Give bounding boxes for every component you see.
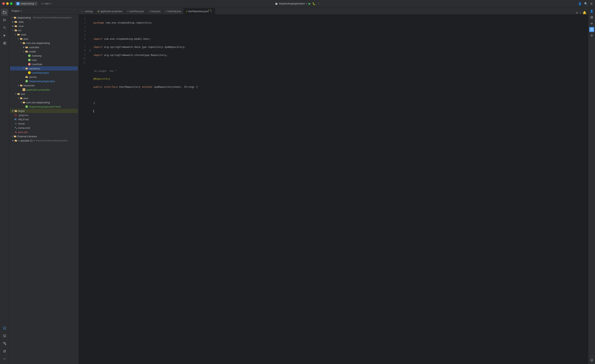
tree-item-model[interactable]: ▾ model	[10, 49, 78, 54]
expand-arrow: ▾	[22, 67, 25, 70]
tree-item-external-libs[interactable]: ▾ External Libraries	[10, 134, 78, 138]
folder-icon	[20, 84, 23, 87]
right-icon-person[interactable]: 👤	[589, 8, 595, 14]
sidebar-item-project[interactable]	[1, 9, 8, 16]
right-icon-database[interactable]	[589, 15, 595, 20]
search-icon[interactable]: 🔍	[584, 2, 588, 5]
root-label: staybooking	[17, 16, 31, 19]
line-numbers: 1 2 3 4 5 6 7 8 9 10 11	[79, 15, 88, 364]
tree-item-user[interactable]: C User	[10, 58, 78, 62]
right-icon-notifications[interactable]	[589, 357, 595, 363]
lambda-hint-icon[interactable]: λ	[88, 49, 92, 52]
tree-item-target[interactable]: ▶ target	[10, 109, 78, 113]
tab-authority-icon: J	[165, 10, 166, 13]
sidebar-item-structure[interactable]	[1, 340, 8, 347]
tree-item-app-properties[interactable]: ⚙ application.properties	[10, 88, 78, 92]
gitignore-icon: 🚫	[14, 114, 17, 117]
sidebar-item-plugins[interactable]	[1, 40, 8, 47]
sidebar-item-vcs[interactable]	[1, 17, 8, 24]
tree-item-test[interactable]: ▾ test	[10, 92, 78, 96]
tree-item-test-class[interactable]: T StaybookingApplicationTests	[10, 104, 78, 109]
tab-app-properties[interactable]: ⚙ application.properties	[95, 8, 125, 15]
project-label[interactable]: Project	[12, 9, 19, 12]
tree-item-java[interactable]: ▾ java	[10, 37, 78, 41]
tab-app-props-icon: ⚙	[98, 10, 99, 13]
tree-item-mvn[interactable]: ▶ .mvn	[10, 24, 78, 28]
tab-list-button[interactable]: ▾	[576, 11, 578, 14]
tree-item-src[interactable]: ▾ src	[10, 28, 78, 32]
gutter-hint	[88, 41, 92, 44]
tab-userrole[interactable]: J UserRole.java	[125, 8, 146, 15]
tab-userrepository[interactable]: J UserRepository.java ✕ ⚠ 1	[184, 8, 215, 15]
tree-item-idea[interactable]: ▶ .idea	[10, 20, 78, 24]
sidebar-item-run[interactable]	[1, 32, 8, 39]
project-chevron: ▾	[35, 2, 36, 5]
tree-item-root[interactable]: ▾ staybooking ~/Desktop/Projects/StayBoo…	[10, 15, 78, 20]
authority-label: Authority	[32, 54, 42, 57]
more-run-button[interactable]: ⋮	[317, 2, 320, 5]
file-tree-content[interactable]: ▾ staybooking ~/Desktop/Projects/StayBoo…	[9, 15, 78, 364]
expand-arrow: ▶	[12, 110, 14, 112]
expand-arrow: ▾	[17, 84, 20, 87]
project-selector[interactable]: S staybooking ▾	[15, 1, 38, 6]
tree-item-com-eve[interactable]: ▾ com.eve.staybooking	[10, 41, 78, 45]
file-tree-header: Project ▾	[9, 7, 78, 15]
svg-point-4	[5, 20, 6, 21]
settings-icon[interactable]: ⚙	[590, 2, 593, 5]
tree-item-help-md[interactable]: M↓ HELP.md	[10, 117, 78, 122]
debug-button[interactable]: 🐛	[312, 2, 316, 5]
maximize-button[interactable]	[10, 2, 13, 5]
tree-item-resources[interactable]: ▾ resources	[10, 83, 78, 88]
svg-point-22	[591, 16, 593, 17]
right-icon-ai[interactable]	[589, 33, 595, 38]
tree-item-jdk[interactable]: ▶ < openjdk-21 > /Users/eve/Library/Java…	[10, 138, 78, 143]
tree-item-test-java[interactable]: ▾ java	[10, 96, 78, 100]
userrepository-label: UserRepository	[32, 71, 49, 74]
traffic-lights	[2, 2, 13, 5]
tab-more-button[interactable]: ⋮	[579, 11, 581, 14]
tab-booking[interactable]: J ...ooking)	[79, 8, 95, 15]
sidebar-item-more[interactable]: ···	[1, 356, 8, 363]
tree-item-mvnw[interactable]: m mvnw	[10, 122, 78, 126]
tree-item-userrole[interactable]: E UserRole	[10, 62, 78, 66]
folder-icon	[14, 139, 17, 142]
external-libs-label: External Libraries	[17, 135, 37, 138]
tree-item-main[interactable]: ▾ main	[10, 32, 78, 37]
tree-item-pom[interactable]: m pom.xml	[10, 130, 78, 134]
code-editor[interactable]: package com.eve.staybooking.repository; …	[92, 15, 588, 364]
right-icon-maven[interactable]: m	[589, 21, 595, 26]
gutter-2	[88, 21, 92, 25]
svg-rect-10	[3, 42, 4, 43]
tree-item-service[interactable]: service	[10, 75, 78, 79]
tree-item-staybookingapp[interactable]: A StaybookingApplication	[10, 79, 78, 83]
run-button[interactable]: ▶	[309, 2, 311, 5]
person-icon[interactable]: 👤	[578, 2, 581, 5]
tree-item-userrepository[interactable]: I UserRepository	[10, 71, 78, 75]
sidebar-item-database[interactable]	[1, 348, 8, 355]
expand-arrow: ▶	[12, 139, 14, 142]
folder-icon	[25, 46, 28, 49]
tree-item-authority[interactable]: C Authority	[10, 54, 78, 58]
tree-item-gitignore[interactable]: 🚫 .gitignore	[10, 113, 78, 117]
sidebar-item-terminal[interactable]	[1, 332, 8, 339]
minimize-button[interactable]	[6, 2, 9, 5]
expand-arrow: ▶	[22, 46, 25, 48]
sidebar-item-search[interactable]	[1, 24, 8, 31]
gutter-9	[88, 52, 92, 56]
help-md-label: HELP.md	[18, 118, 28, 121]
app-name: StaybookingApplication	[279, 2, 305, 5]
tree-item-mvnw-cmd[interactable]: 🔧 mvnw.cmd	[10, 126, 78, 130]
root-path: ~/Desktop/Projects/StayBooking/staybook	[32, 16, 71, 19]
tab-user[interactable]: J User.java	[146, 8, 163, 15]
close-button[interactable]	[2, 2, 5, 5]
notification-icon[interactable]: 🔔	[583, 11, 587, 14]
sidebar-item-bookmarks[interactable]	[1, 325, 8, 332]
tree-item-controller[interactable]: ▶ controller	[10, 45, 78, 49]
spring-app-icon: A	[25, 80, 28, 83]
run-config[interactable]: ☕ StaybookingApplication ▾	[275, 2, 307, 5]
tab-authority[interactable]: J Authority.java	[163, 8, 184, 15]
right-icon-spring[interactable]	[589, 27, 594, 32]
branch-selector[interactable]: ⎇ main ▾	[41, 2, 51, 5]
tree-item-repository[interactable]: ▾ repository	[10, 66, 78, 71]
tree-item-test-com[interactable]: ▾ com.eve.staybooking	[10, 100, 78, 104]
